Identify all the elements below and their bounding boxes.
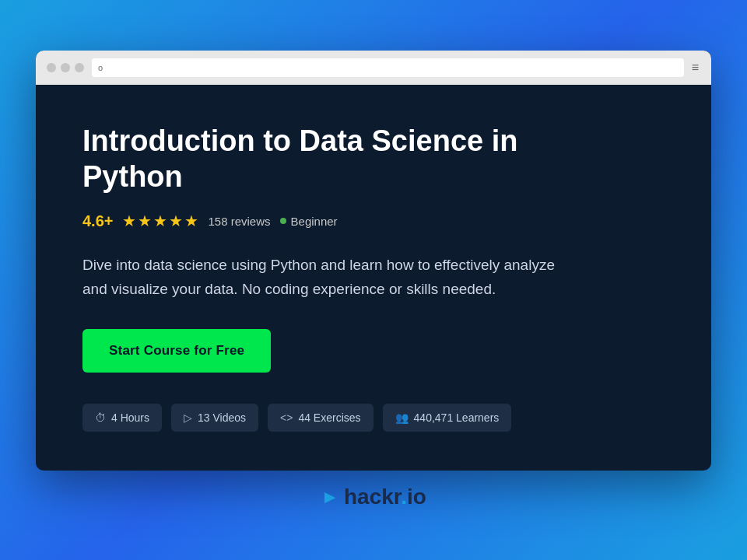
- meta-tags: ⏱ 4 Hours ▷ 13 Videos <> 44 Exercises 👥 …: [82, 404, 665, 432]
- footer-brand: ► hackr.io: [321, 485, 426, 509]
- code-icon: <>: [280, 411, 293, 424]
- dot-close: [47, 63, 56, 72]
- reviews-count: 158 reviews: [208, 215, 270, 228]
- meta-exercises: <> 44 Exercises: [268, 404, 374, 432]
- stars-container: ★ ★ ★ ★ ★: [122, 212, 198, 230]
- level-label: Beginner: [291, 215, 338, 228]
- browser-dots: [47, 63, 84, 72]
- rating-row: 4.6+ ★ ★ ★ ★ ★ 158 reviews Beginner: [82, 212, 665, 230]
- level-wrapper: Beginner: [280, 215, 338, 228]
- browser-menu-icon[interactable]: ≡: [692, 61, 700, 75]
- star-4: ★: [169, 212, 183, 230]
- brand-arrow-icon: ►: [321, 486, 339, 508]
- address-bar[interactable]: o: [92, 58, 684, 77]
- browser-chrome: o ≡: [36, 51, 711, 85]
- level-dot-icon: [280, 218, 286, 224]
- play-icon: ▷: [184, 411, 192, 424]
- meta-hours: ⏱ 4 Hours: [82, 404, 162, 432]
- clock-icon: ⏱: [95, 411, 106, 424]
- course-description: Dive into data science using Python and …: [82, 254, 565, 301]
- dot-expand: [75, 63, 84, 72]
- rating-number: 4.6+: [82, 212, 113, 230]
- meta-learners: 👥 440,471 Learners: [383, 404, 512, 432]
- course-content: Introduction to Data Science in Python 4…: [36, 85, 711, 471]
- star-2: ★: [138, 212, 152, 230]
- learners-icon: 👥: [395, 411, 409, 424]
- star-1: ★: [122, 212, 136, 230]
- brand-name: hackr.io: [344, 485, 426, 509]
- videos-label: 13 Videos: [198, 411, 246, 424]
- dot-minimize: [61, 63, 70, 72]
- star-3: ★: [153, 212, 167, 230]
- browser-window: o ≡ Introduction to Data Science in Pyth…: [36, 51, 711, 471]
- learners-label: 440,471 Learners: [414, 411, 500, 424]
- exercises-label: 44 Exercises: [298, 411, 360, 424]
- meta-videos: ▷ 13 Videos: [171, 404, 258, 432]
- star-5-half: ★: [184, 212, 198, 230]
- start-course-button[interactable]: Start Course for Free: [82, 329, 271, 373]
- course-title: Introduction to Data Science in Python: [82, 124, 549, 194]
- address-text: o: [98, 63, 103, 72]
- hours-label: 4 Hours: [111, 411, 149, 424]
